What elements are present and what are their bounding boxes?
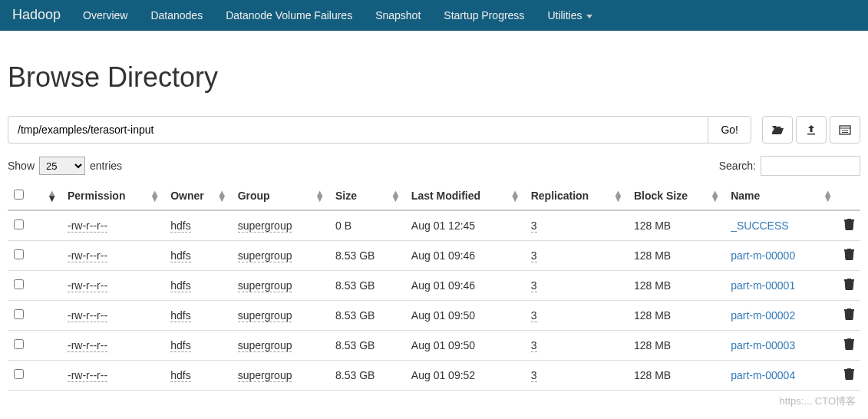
path-input-group: Go!: [8, 116, 751, 144]
col-last-modified[interactable]: Last Modified▲▼: [405, 182, 525, 210]
cell-name-link[interactable]: part-m-00003: [731, 339, 795, 351]
cell-owner: hdfs: [170, 339, 190, 352]
chevron-down-icon: [586, 9, 592, 21]
trash-icon[interactable]: [844, 280, 854, 292]
row-checkbox[interactable]: [14, 219, 24, 229]
col-owner-label: Owner: [170, 190, 204, 202]
cell-replication: 3: [531, 369, 537, 382]
go-button[interactable]: Go!: [708, 116, 751, 144]
cell-name-link[interactable]: part-m-00001: [731, 279, 795, 292]
cell-name-link[interactable]: _SUCCESS: [731, 219, 788, 232]
cell-size: 8.53 GB: [335, 339, 375, 351]
trash-icon[interactable]: [844, 310, 854, 322]
svg-rect-13: [847, 338, 851, 340]
col-replication[interactable]: Replication▲▼: [525, 182, 628, 210]
row-checkbox[interactable]: [14, 339, 24, 349]
col-permission-label: Permission: [68, 190, 125, 202]
row-checkbox[interactable]: [14, 249, 24, 259]
cell-name-link[interactable]: part-m-00000: [731, 249, 795, 262]
upload-button[interactable]: [796, 116, 827, 144]
col-last-modified-label: Last Modified: [411, 190, 480, 202]
table-row: -rw-r--r--hdfssupergroup8.53 GBAug 01 09…: [8, 361, 860, 391]
cell-last-modified: Aug 01 09:50: [411, 309, 475, 322]
col-group[interactable]: Group▲▼: [232, 182, 329, 210]
cell-group: supergroup: [238, 279, 292, 292]
cell-replication: 3: [531, 279, 537, 292]
trash-icon[interactable]: [844, 220, 854, 233]
cell-last-modified: Aug 01 09:46: [411, 249, 475, 262]
cell-block-size: 128 MB: [634, 219, 671, 232]
col-group-label: Group: [238, 190, 270, 202]
nav-item-utilities[interactable]: Utilities: [536, 2, 603, 29]
trash-icon[interactable]: [844, 340, 854, 352]
nav-item-datanodes[interactable]: Datanodes: [139, 2, 214, 29]
cell-owner: hdfs: [170, 309, 190, 322]
new-folder-icon: [839, 124, 851, 135]
col-name[interactable]: Name▲▼: [724, 182, 837, 210]
cell-block-size: 128 MB: [634, 339, 671, 351]
cell-size: 8.53 GB: [335, 249, 375, 262]
row-checkbox[interactable]: [14, 279, 24, 289]
cell-last-modified: Aug 01 09:52: [411, 369, 475, 381]
col-name-label: Name: [731, 190, 760, 202]
cell-group: supergroup: [238, 369, 292, 382]
cell-block-size: 128 MB: [634, 249, 671, 262]
row-checkbox[interactable]: [14, 369, 24, 379]
row-checkbox[interactable]: [14, 309, 24, 319]
nav-item-datanode-volume-failures[interactable]: Datanode Volume Failures: [214, 2, 364, 29]
show-entries: Show 102550100 entries: [8, 157, 122, 175]
trash-icon[interactable]: [844, 250, 854, 262]
cell-permission: -rw-r--r--: [68, 219, 107, 233]
cell-permission: -rw-r--r--: [68, 279, 107, 292]
col-checkbox-header[interactable]: [8, 182, 31, 210]
cell-permission: -rw-r--r--: [68, 309, 107, 322]
col-size-label: Size: [335, 190, 357, 202]
table-row: -rw-r--r--hdfssupergroup8.53 GBAug 01 09…: [8, 331, 860, 361]
cell-last-modified: Aug 01 12:45: [411, 219, 475, 232]
file-table: ▲▼ Permission▲▼ Owner▲▼ Group▲▼ Size▲▼ L…: [8, 182, 860, 391]
cell-block-size: 128 MB: [634, 279, 671, 292]
trash-icon[interactable]: [844, 370, 854, 382]
svg-rect-9: [847, 279, 851, 280]
search-input[interactable]: [761, 156, 860, 176]
search-box: Search:: [719, 156, 860, 176]
cell-block-size: 128 MB: [634, 309, 671, 322]
cell-block-size: 128 MB: [634, 369, 671, 381]
col-owner[interactable]: Owner▲▼: [164, 182, 231, 210]
nav-item-overview[interactable]: Overview: [71, 2, 139, 29]
cell-name-link[interactable]: part-m-00002: [731, 309, 795, 322]
table-row: -rw-r--r--hdfssupergroup8.53 GBAug 01 09…: [8, 301, 860, 331]
svg-rect-7: [847, 249, 851, 250]
col-permission[interactable]: Permission▲▼: [61, 182, 164, 210]
cell-size: 8.53 GB: [335, 369, 375, 381]
entries-label: entries: [90, 160, 122, 172]
cell-permission: -rw-r--r--: [68, 369, 107, 382]
cell-name-link[interactable]: part-m-00004: [731, 369, 795, 381]
col-block-size[interactable]: Block Size▲▼: [628, 182, 724, 210]
open-folder-button[interactable]: [762, 116, 793, 144]
cell-permission: -rw-r--r--: [68, 339, 107, 352]
cell-owner: hdfs: [170, 279, 190, 292]
col-actions: [837, 182, 860, 210]
col-size[interactable]: Size▲▼: [329, 182, 405, 210]
show-label: Show: [8, 160, 35, 172]
cell-replication: 3: [531, 249, 537, 262]
svg-rect-11: [847, 308, 851, 310]
table-controls: Show 102550100 entries Search:: [8, 156, 860, 176]
upload-icon: [806, 124, 817, 135]
nav-item-snapshot[interactable]: Snapshot: [364, 2, 432, 29]
search-label: Search:: [719, 160, 756, 172]
cell-group: supergroup: [238, 249, 292, 262]
new-folder-button[interactable]: [830, 116, 860, 144]
col-sort-blank[interactable]: ▲▼: [31, 182, 61, 210]
brand-logo[interactable]: Hadoop: [6, 7, 71, 23]
select-all-checkbox[interactable]: [14, 190, 24, 200]
navbar: Hadoop OverviewDatanodesDatanode Volume …: [0, 0, 868, 31]
col-replication-label: Replication: [531, 190, 589, 202]
cell-replication: 3: [531, 339, 537, 352]
path-row: Go!: [8, 116, 860, 144]
path-input[interactable]: [8, 116, 708, 144]
nav-item-startup-progress[interactable]: Startup Progress: [432, 2, 536, 29]
svg-rect-5: [847, 219, 851, 220]
entries-select[interactable]: 102550100: [39, 157, 85, 175]
